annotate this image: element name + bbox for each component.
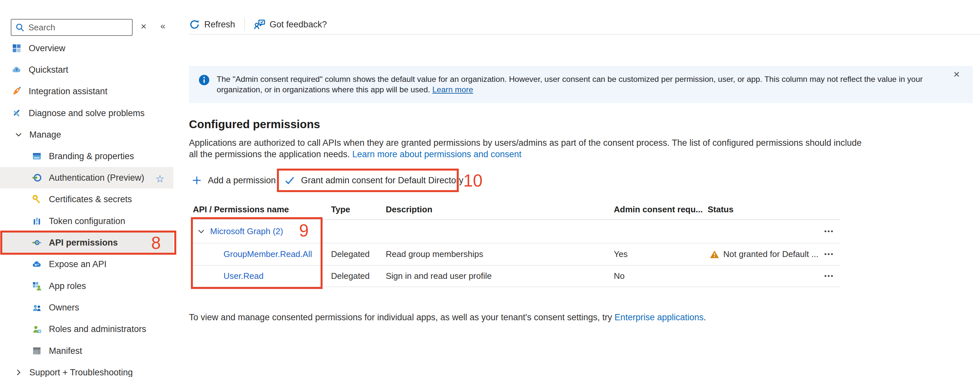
sidebar-item-diagnose[interactable]: Diagnose and solve problems [0, 102, 173, 124]
more-menu-icon[interactable]: ••• [818, 228, 840, 235]
more-menu-icon[interactable]: ••• [818, 251, 840, 258]
groupmember-read-all-link[interactable]: GroupMember.Read.All [223, 249, 312, 259]
sidebar-group-label: Manage [29, 130, 61, 140]
sidebar-item-owners[interactable]: Owners [0, 297, 173, 318]
description-text: Applications are authorized to call APIs… [189, 138, 862, 159]
page-section-title: Configured permissions [189, 118, 320, 131]
sidebar-item-certificates[interactable]: Certificates & secrets [0, 188, 173, 210]
admin-consent-cell: No [612, 271, 706, 281]
sidebar-item-label: Branding & properties [49, 151, 134, 161]
description-cell: Sign in and read user profile [385, 271, 612, 281]
sidebar-item-api-permissions[interactable]: API permissions [0, 232, 173, 253]
grant-admin-consent-label: Grant admin consent for Default Director… [301, 176, 463, 185]
sidebar-item-manifest[interactable]: { } Manifest [0, 340, 173, 362]
sidebar-item-label: Quickstart [29, 65, 68, 75]
sidebar-item-roles-administrators[interactable]: Roles and administrators [0, 318, 173, 340]
sidebar-item-label: Authentication (Preview) [49, 173, 144, 183]
svg-text:{ }: { } [35, 350, 38, 354]
table-row-microsoft-graph: Microsoft Graph (2) ••• [192, 220, 840, 243]
enterprise-applications-link[interactable]: Enterprise applications [614, 312, 703, 322]
type-cell: Delegated [330, 249, 385, 259]
refresh-icon [189, 19, 200, 30]
table-header-row: API / Permissions name Type Description … [192, 200, 840, 220]
banner-close-icon[interactable]: × [953, 68, 960, 81]
overview-grid-icon [12, 43, 22, 53]
sidebar-group-support[interactable]: Support + Troubleshooting [0, 362, 173, 377]
permissions-consent-link[interactable]: Learn more about permissions and consent [352, 149, 521, 159]
api-permissions-icon [32, 238, 42, 248]
refresh-button[interactable]: Refresh [189, 19, 235, 30]
sign-in-icon [32, 173, 42, 183]
sidebar-item-app-roles[interactable]: App roles [0, 275, 173, 297]
cloud-gears-icon [32, 259, 42, 269]
sidebar-item-label: Owners [49, 303, 79, 313]
search-input[interactable] [29, 22, 128, 33]
sidebar-item-label: Certificates & secrets [49, 194, 132, 204]
feedback-button[interactable]: Got feedback? [254, 19, 327, 30]
column-header-type: Type [330, 204, 385, 215]
sidebar-item-label: Integration assistant [29, 86, 108, 96]
feedback-label: Got feedback? [270, 19, 327, 30]
sidebar-item-authentication[interactable]: Authentication (Preview) [0, 167, 173, 188]
sidebar-item-token-configuration[interactable]: Token configuration [0, 210, 173, 232]
banner-learn-more-link[interactable]: Learn more [432, 85, 473, 94]
refresh-label: Refresh [204, 19, 235, 30]
sidebar-item-label: Expose an API [49, 259, 107, 269]
sidebar-item-label: Roles and administrators [49, 324, 146, 334]
permissions-description: Applications are authorized to call APIs… [189, 137, 868, 160]
grant-admin-consent-button[interactable]: Grant admin consent for Default Director… [284, 169, 463, 192]
plus-icon [192, 175, 202, 185]
toolbar-divider [189, 34, 980, 35]
sidebar-group-manage[interactable]: Manage [0, 124, 173, 145]
tools-icon [12, 108, 22, 118]
command-bar: Refresh Got feedback? [189, 18, 327, 31]
warning-icon [710, 249, 719, 259]
sidebar-collapse-icon[interactable]: « [160, 21, 165, 31]
sidebar-item-label: Token configuration [49, 216, 125, 226]
info-icon [198, 74, 210, 86]
browser-www-icon: www [32, 151, 42, 161]
sidebar-item-integration-assistant[interactable]: Integration assistant [0, 81, 173, 102]
sidebar-item-label: API permissions [49, 238, 118, 248]
footer-text: To view and manage consented permissions… [189, 312, 614, 322]
permissions-table: API / Permissions name Type Description … [192, 200, 840, 287]
quickstart-cloud-icon [12, 65, 22, 75]
add-permission-button[interactable]: Add a permission [192, 169, 276, 192]
chevron-right-icon [14, 368, 23, 377]
api-name-cell: Microsoft Graph (2) [192, 226, 330, 236]
banner-text: The "Admin consent required" column show… [216, 74, 955, 95]
sidebar-item-label: Diagnose and solve problems [29, 108, 145, 118]
rocket-icon [12, 86, 22, 96]
people-icon [32, 303, 42, 312]
sidebar-group-label: Support + Troubleshooting [29, 367, 133, 377]
search-icon [15, 23, 24, 32]
column-header-api-name: API / Permissions name [192, 204, 330, 215]
chevron-down-icon[interactable] [197, 227, 205, 236]
column-header-description: Description [385, 204, 612, 215]
grid-person-icon [32, 281, 42, 291]
favorite-star-icon[interactable]: ☆ [155, 173, 164, 185]
permission-name-cell: User.Read [192, 271, 330, 281]
sidebar-item-expose-an-api[interactable]: Expose an API [0, 253, 173, 275]
token-bars-icon [32, 216, 42, 226]
toolbar-separator [244, 18, 245, 31]
description-cell: Read group memberships [385, 249, 612, 259]
user-read-link[interactable]: User.Read [223, 271, 264, 281]
search-clear-icon[interactable]: × [141, 21, 146, 32]
microsoft-graph-link[interactable]: Microsoft Graph (2) [210, 226, 283, 236]
more-menu-icon[interactable]: ••• [818, 272, 840, 280]
table-row-groupmember-read-all: GroupMember.Read.All Delegated Read grou… [192, 243, 840, 265]
sidebar-item-branding[interactable]: www Branding & properties [0, 145, 173, 167]
permission-name-cell: GroupMember.Read.All [192, 249, 330, 259]
sidebar-item-label: App roles [49, 281, 86, 291]
person-cube-icon [32, 324, 42, 334]
chevron-down-icon [14, 131, 23, 139]
status-text: Not granted for Default ... [723, 249, 818, 259]
sidebar-item-overview[interactable]: Overview [0, 37, 173, 59]
banner-message: The "Admin consent required" column show… [216, 75, 923, 94]
table-row-user-read: User.Read Delegated Sign in and read use… [192, 265, 840, 287]
sidebar: × « Overview Quickstart Integration assi… [0, 0, 183, 377]
sidebar-item-quickstart[interactable]: Quickstart [0, 59, 173, 81]
sidebar-item-label: Overview [29, 43, 65, 53]
svg-text:www: www [33, 156, 40, 159]
